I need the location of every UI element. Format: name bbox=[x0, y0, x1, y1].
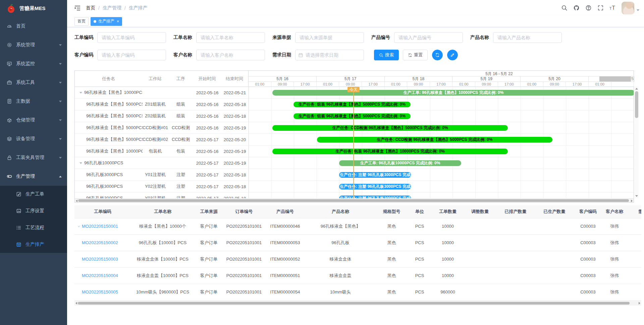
sidebar-item-home[interactable]: 首页 bbox=[0, 17, 67, 36]
table-header-row: 工单编码工单名称工单来源订单编号产品编号产品名称规格型号单位工单数量调整数量已排… bbox=[74, 205, 641, 218]
sidebar-item-label: 工序设置 bbox=[25, 208, 62, 214]
font-size-icon[interactable]: TT bbox=[609, 5, 616, 11]
breadcrumb-item[interactable]: 生产管理 bbox=[103, 5, 121, 11]
avatar[interactable] bbox=[622, 2, 634, 14]
task-station-cell: Y03注塑机 bbox=[143, 193, 168, 199]
scrollbar-thumb[interactable] bbox=[78, 302, 630, 305]
sidebar-submenu: 生产工单工序设置工艺流程生产排产 bbox=[0, 186, 67, 253]
filter-field: 来源单据 bbox=[272, 32, 364, 43]
fullscreen-icon[interactable] bbox=[597, 5, 604, 11]
filter-input-客户编码[interactable] bbox=[98, 50, 166, 60]
scroll-up-icon[interactable] bbox=[635, 88, 638, 90]
chevron-down-icon[interactable] bbox=[637, 9, 639, 11]
table-horizontal-scrollbar[interactable] bbox=[74, 301, 641, 306]
list-icon bbox=[16, 225, 21, 230]
tree-collapse-icon[interactable] bbox=[79, 92, 82, 94]
sidebar-toggle-icon[interactable] bbox=[74, 5, 80, 11]
scroll-left-icon[interactable] bbox=[76, 200, 77, 202]
work-order-link[interactable]: MO202205150001 bbox=[82, 224, 118, 229]
work-order-link[interactable]: MO202205150005 bbox=[82, 289, 118, 294]
filter-input-需求日期[interactable] bbox=[296, 50, 364, 60]
gantt-task-bar[interactable]: 生产任务: 组装 96孔移液盒【黑色】5000PCS 完成比例: 0% bbox=[293, 113, 411, 119]
scrollbar-thumb[interactable] bbox=[78, 199, 629, 202]
tab-首页[interactable]: 首页 bbox=[74, 17, 89, 26]
tab-生产排产[interactable]: 生产排产× bbox=[91, 17, 122, 26]
sidebar-item-process-flow[interactable]: 工艺流程 bbox=[0, 219, 67, 236]
sidebar-item-system-tools[interactable]: 系统工具 bbox=[0, 73, 67, 92]
gantt-tick-label: 17:00 bbox=[362, 82, 385, 87]
search-button[interactable]: 搜索 bbox=[374, 50, 399, 60]
scroll-right-icon[interactable] bbox=[631, 200, 633, 202]
refresh-gantt-button[interactable] bbox=[432, 50, 443, 60]
help-icon[interactable] bbox=[585, 5, 592, 11]
work-order-link[interactable]: MO202205150004 bbox=[82, 273, 118, 278]
gantt-row: 96孔孔板10000PCS2022-05-172022-05-19生产工单: 9… bbox=[75, 157, 634, 169]
sidebar-item-warehouse[interactable]: 仓储管理 bbox=[0, 111, 67, 129]
sidebar-item-master-data[interactable]: 主数据 bbox=[0, 92, 67, 111]
gantt-column-header: 开始时间 bbox=[193, 76, 221, 82]
gantt-row: 96孔移液盒【黑色】5000PCSZ02组装机组装2022-05-162022-… bbox=[75, 110, 634, 122]
filter-input-产品名称[interactable] bbox=[493, 33, 561, 43]
sidebar-item-process-settings[interactable]: 工序设置 bbox=[0, 203, 67, 219]
chevron-down-icon bbox=[59, 138, 62, 140]
gantt-clipped-day-label: 5 bbox=[631, 76, 634, 81]
gantt-column-header: 结束时间 bbox=[221, 76, 248, 82]
filter-input-来源单据[interactable] bbox=[296, 33, 364, 43]
sidebar-item-scheduling[interactable]: 生产排产 bbox=[0, 236, 67, 253]
sidebar-item-system-admin[interactable]: 系统管理 bbox=[0, 36, 67, 54]
task-name-cell: 96孔移液盒【黑色】10000PCS bbox=[75, 146, 143, 157]
close-icon[interactable]: × bbox=[117, 19, 119, 23]
gantt-task-bar[interactable]: 生产任务: 组装 96孔移液盒【黑色】5000PCS 完成比例: 0% bbox=[293, 102, 411, 107]
table-cell: ITEM00000054 bbox=[265, 284, 305, 300]
search-icon[interactable] bbox=[561, 5, 568, 11]
tab-label: 首页 bbox=[77, 18, 86, 24]
gantt-horizontal-scrollbar[interactable] bbox=[75, 198, 634, 202]
sidebar-item-fixture[interactable]: 工装夹具管理 bbox=[0, 148, 67, 167]
table-cell: 客户订单 bbox=[195, 284, 223, 300]
row-expand-icon[interactable] bbox=[77, 225, 80, 228]
reset-button[interactable]: 重置 bbox=[403, 50, 428, 60]
gantt-task-bar[interactable]: 生产任务: 注塑 96孔孔板3000PCS 完成比例: 0% bbox=[339, 172, 411, 178]
chevron-down-icon bbox=[59, 119, 62, 121]
gantt-task-bar[interactable]: 生产任务: 包装 96孔移液盒【黑色】10000PCS 完成比例: 0% bbox=[272, 149, 508, 154]
table-cell: PO202205101001 bbox=[223, 251, 265, 267]
gantt-row: 96孔孔板3000PCSY01注塑机注塑2022-05-172022-05-18… bbox=[75, 169, 634, 181]
work-order-link[interactable]: MO202205150002 bbox=[82, 240, 118, 245]
scroll-down-icon[interactable] bbox=[635, 195, 638, 197]
filter-input-客户名称[interactable] bbox=[197, 50, 265, 60]
work-order-link[interactable]: MO202205150003 bbox=[82, 257, 118, 262]
gantt-timeline-cell: 生产任务: 注塑 96孔孔板3000PCS 完成比例: 0% bbox=[249, 193, 634, 199]
table-cell: 客户订单 bbox=[195, 251, 223, 267]
filter-label: 产品名称 bbox=[470, 35, 493, 41]
breadcrumb-item[interactable]: 首页 bbox=[86, 5, 95, 11]
tree-collapse-icon[interactable] bbox=[79, 162, 82, 164]
gantt-work-order-bar[interactable]: 生产工单: 96孔移液盒【黑色】10000PCS 完成比例: 0% bbox=[272, 90, 634, 96]
sidebar-item-production[interactable]: 生产管理 bbox=[0, 167, 67, 186]
gantt-task-bar[interactable]: 生产任务: 注塑 96孔孔板3000PCS 完成比例: 0% bbox=[339, 184, 411, 189]
scroll-left-icon[interactable] bbox=[75, 302, 77, 305]
scroll-right-icon[interactable] bbox=[639, 302, 640, 305]
edit-button[interactable] bbox=[447, 50, 458, 60]
gantt-task-bar[interactable]: 生产任务: CCD检测 96孔移液盒【黑色】5000PCS 完成比例: 0% bbox=[272, 125, 508, 131]
gantt-column-header: 任务名 bbox=[75, 76, 143, 82]
gantt-task-bar[interactable]: 生产任务: CCD检测 96孔移液盒【黑色】5000PCS 完成比例: 0% bbox=[317, 137, 552, 143]
github-icon[interactable] bbox=[573, 5, 580, 11]
gantt-vertical-scrollbar[interactable] bbox=[635, 87, 639, 198]
scrollbar-thumb[interactable] bbox=[635, 91, 638, 118]
task-station-cell: Y01注塑机 bbox=[143, 169, 168, 180]
column-header-已生产数量: 已生产数量 bbox=[535, 205, 574, 218]
table-cell: 202 bbox=[627, 267, 641, 284]
sidebar-item-work-order[interactable]: 生产工单 bbox=[0, 186, 67, 203]
gantt-header-scroll-thumb[interactable] bbox=[599, 76, 631, 82]
sidebar-item-system-monitor[interactable]: 系统监控 bbox=[0, 54, 67, 73]
filter-input-工单编码[interactable] bbox=[98, 33, 166, 43]
sidebar-item-label: 首页 bbox=[16, 23, 62, 29]
filter-input-工单名称[interactable] bbox=[197, 33, 265, 43]
table-cell: 移液盒盒体【10000】PCS bbox=[131, 251, 195, 267]
filter-input-产品编号[interactable] bbox=[394, 33, 463, 43]
table-cell: 张伟 bbox=[602, 251, 627, 267]
gantt-work-order-bar[interactable]: 生产工单: 96孔孔板10000PCS 完成比例: 0% bbox=[339, 160, 461, 166]
task-station-cell: Z02组装机 bbox=[143, 110, 168, 122]
table-cell: ITEM00000053 bbox=[265, 234, 305, 251]
sidebar-item-equipment[interactable]: 设备管理 bbox=[0, 129, 67, 148]
